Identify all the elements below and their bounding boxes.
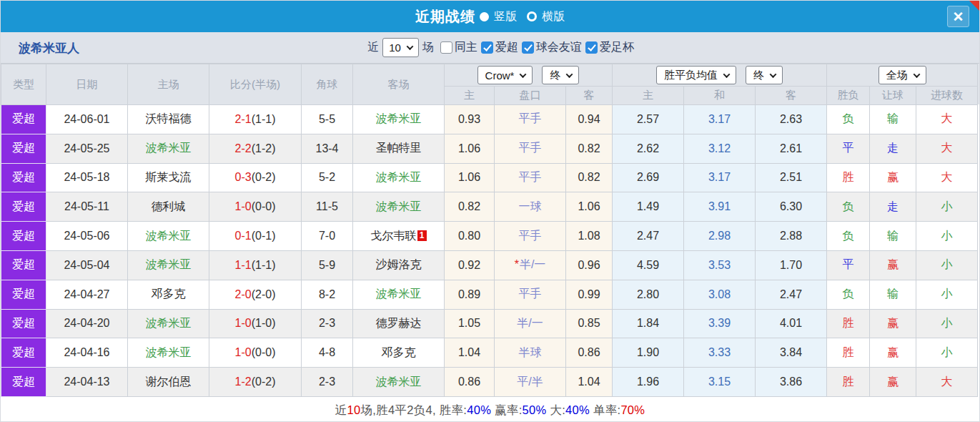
handicap-line: 平手 [519,171,542,183]
checkbox-checked-icon[interactable] [522,41,534,54]
col-header-home: 主场 [128,64,209,105]
result-handicap-cell: 走 [870,192,916,222]
odds-home-cell: 4.59 [613,250,684,280]
results-table-zone: 类型 日期 主场 比分(半场) 角球 客场 Crow* 终 [1,64,979,397]
odds-source-value: 胜平负均值 [664,69,718,82]
subheader-odds-draw: 和 [684,87,756,105]
handicap-line: 半/一 [520,258,545,270]
odds-time-select[interactable]: 终 [746,66,783,84]
away-team-name: 波希米亚 [376,376,422,388]
checkbox-label: 球会友谊 [536,40,582,55]
odds-header-group: 胜平负均值 终 [613,64,827,87]
subheader-odds-home: 主 [613,87,684,105]
table-row: 爱超 24-05-06 波希米亚 0-1(0-1) 7-0 戈尔韦联1 0.80… [1,222,978,251]
chevron-down-icon [406,43,413,50]
odds-source-select[interactable]: 胜平负均值 [656,66,736,84]
ah-home-odds-cell: 0.86 [445,368,495,397]
ah-home-odds-cell: 1.05 [445,309,495,338]
odds-time-value: 终 [753,69,764,82]
ah-away-odds-cell: 0.85 [566,309,613,338]
result-wdl-cell: 平 [827,134,870,163]
ah-home-odds-cell: 1.06 [445,134,495,163]
ah-line-cell: 一球 [495,192,566,222]
odds-away-cell: 2.47 [756,280,827,309]
odds-home-cell: 2.47 [613,222,684,251]
layout-radio-horizontal[interactable]: 横版 [527,9,565,24]
result-wdl-cell: 负 [827,192,870,222]
score-cell: 0-3(0-2) [209,163,302,192]
away-team-name: 邓多克 [382,346,416,358]
match-count-select[interactable]: 10 [382,38,419,57]
ah-home-odds-cell: 0.93 [445,105,495,134]
handicap-company-select[interactable]: Crow* [477,66,533,84]
table-row: 爱超 24-05-18 斯莱戈流 0-3(0-2) 5-2 波希米亚 1.06 … [1,163,978,192]
away-team-name: 波希米亚 [376,171,422,183]
halftime-score: (0-0) [252,346,276,358]
handicap-line: 平手 [519,142,542,154]
handicap-time-select[interactable]: 终 [542,66,579,84]
result-scope-select[interactable]: 全场 [878,66,926,84]
filter-bar: 波希米亚人 近 10 场 同主爱超球会友谊爱足杯 [1,32,979,64]
halftime-score: (2-0) [252,288,276,300]
halftime-score: (0-2) [252,171,276,183]
match-date-cell: 24-04-13 [46,368,128,397]
result-goals-cell: 小 [916,338,978,368]
home-team-cell: 波希米亚 [128,250,209,280]
checkbox-label: 同主 [455,40,477,55]
filter-checkbox-group[interactable]: 爱足杯 [585,40,634,55]
summary-segment: 50% [523,403,547,416]
home-team-cell: 德利城 [128,192,209,222]
halftime-score: (1-2) [252,142,276,154]
ah-away-odds-cell: 0.94 [566,105,613,134]
recent-results-panel: 近期战绩 竖版 横版 ✕ 波希米亚人 近 10 场 同主爱超球会友谊爱足杯 [0,0,980,422]
checkbox-unchecked-icon[interactable] [440,41,452,54]
ah-line-cell: 平手 [495,105,566,134]
result-handicap-cell: 输 [870,280,916,309]
fulltime-score: 2-0 [235,288,252,300]
close-button[interactable]: ✕ [947,6,969,27]
ah-home-odds-cell: 1.04 [445,338,495,368]
result-goals-cell: 大 [916,134,978,163]
halftime-score: (0-1) [252,230,276,242]
radio-unselected-icon [527,11,537,21]
corner-decoration [969,1,979,11]
result-wdl-cell: 负 [827,280,870,309]
odds-draw-cell: 3.33 [684,338,756,368]
checkbox-checked-icon[interactable] [585,41,598,54]
ah-home-odds-cell: 0.80 [445,222,495,251]
corners-cell: 11-5 [302,192,353,222]
checkbox-checked-icon[interactable] [481,41,493,54]
odds-away-cell: 2.61 [756,134,827,163]
filter-controls: 近 10 场 同主爱超球会友谊爱足杯 [367,38,634,57]
odds-home-cell: 1.90 [613,338,684,368]
result-wdl-cell: 胜 [827,163,870,192]
summary-segment: 40% [565,403,590,416]
match-date-cell: 24-05-04 [46,250,128,280]
near-label: 近 [367,40,379,55]
filter-checkbox-group[interactable]: 球会友谊 [522,40,582,55]
halftime-score: (1-0) [252,317,276,329]
odds-draw-cell: 3.12 [684,134,756,163]
layout-radio-vertical[interactable]: 竖版 [480,9,517,24]
filter-checkbox-group[interactable]: 同主 [440,40,477,55]
away-team-cell: 戈尔韦联1 [353,222,445,251]
league-type-cell: 爱超 [1,250,46,280]
handicap-company-value: Crow* [485,69,515,82]
filter-checkbox-group[interactable]: 爱超 [481,40,518,55]
league-type-cell: 爱超 [1,105,46,134]
chevron-down-icon [566,71,573,78]
radio-selected-icon [480,12,489,21]
odds-away-cell: 4.01 [756,309,827,338]
odds-home-cell: 1.84 [613,309,684,338]
ah-line-cell: 半球 [495,338,566,368]
score-cell: 0-1(0-1) [209,222,302,251]
away-team-cell: 波希米亚 [353,105,445,134]
fulltime-score: 1-0 [235,200,252,212]
corners-cell: 7-0 [302,222,353,251]
fulltime-score: 0-3 [235,171,252,183]
filter-checkboxes: 同主爱超球会友谊爱足杯 [437,40,634,55]
chevron-down-icon [723,71,731,78]
result-wdl-cell: 负 [827,222,870,251]
league-type-cell: 爱超 [1,280,46,309]
corners-cell: 8-2 [302,280,353,309]
